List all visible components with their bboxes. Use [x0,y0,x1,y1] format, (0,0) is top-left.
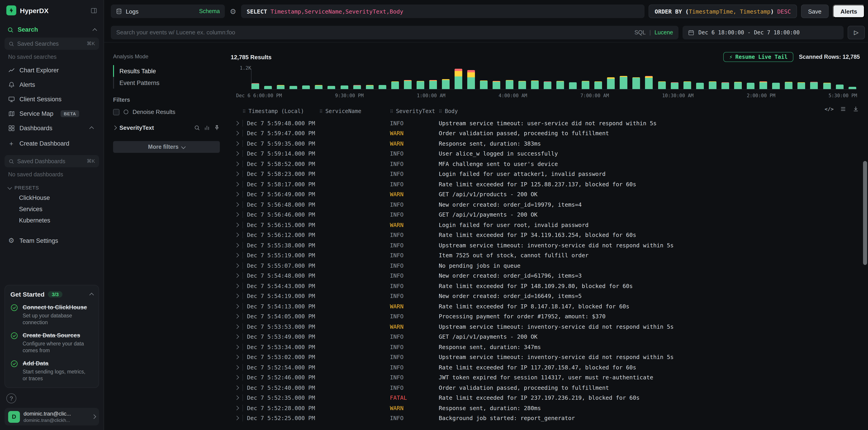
create-dashboard-button[interactable]: + Create Dashboard [4,136,99,151]
log-row[interactable]: Dec 7 5:52:35.000 PM FATAL Rate limit ex… [231,393,860,403]
log-row[interactable]: Dec 7 5:52:54.000 PM INFO Rate limit exc… [231,362,860,372]
row-expand-chevron-icon[interactable] [231,244,243,247]
preset-item-kubernetes[interactable]: Kubernetes [4,215,99,226]
saved-searches-input[interactable]: Saved Searches ⌘K [4,37,99,50]
mode-event-patterns[interactable]: Event Patterns [113,77,220,89]
mode-sql-toggle[interactable]: SQL [634,29,646,35]
row-expand-chevron-icon[interactable] [231,132,243,135]
log-row[interactable]: Dec 7 5:54:13.000 PM WARN Rate limit exc… [231,301,860,311]
log-row[interactable]: Dec 7 5:53:49.000 PM INFO GET /api/v1/pa… [231,332,860,342]
vertical-scrollbar[interactable] [863,110,867,430]
column-header-severitytext[interactable]: ⠿SeverityText [390,108,439,114]
sidebar-item-search[interactable]: Search [4,26,99,33]
event-search-box[interactable]: SQL | Lucene [111,26,679,39]
log-row[interactable]: Dec 7 5:56:48.000 PM INFO New order crea… [231,199,860,209]
row-expand-chevron-icon[interactable] [231,223,243,227]
row-expand-chevron-icon[interactable] [231,254,243,257]
log-row[interactable]: Dec 7 5:55:38.000 PM INFO Upstream servi… [231,240,860,250]
row-expand-chevron-icon[interactable] [231,386,243,389]
row-expand-chevron-icon[interactable] [231,193,243,196]
log-row[interactable]: Dec 7 5:58:17.000 PM INFO Rate limit exc… [231,179,860,189]
denoise-row[interactable]: Denoise Results [113,108,220,115]
row-expand-chevron-icon[interactable] [231,274,243,277]
sidebar-item-alerts[interactable]: Alerts [4,77,99,92]
row-expand-chevron-icon[interactable] [231,356,243,359]
resume-live-tail-button[interactable]: ⚡ Resume Live Tail [723,52,794,62]
row-expand-chevron-icon[interactable] [231,305,243,308]
save-button[interactable]: Save [801,4,829,18]
row-expand-chevron-icon[interactable] [231,315,243,318]
run-query-button[interactable]: ▷ [848,26,865,39]
row-expand-chevron-icon[interactable] [231,335,243,338]
chevron-up-icon[interactable] [89,126,94,131]
row-expand-chevron-icon[interactable] [231,376,243,379]
log-row[interactable]: Dec 7 5:53:34.000 PM INFO Response sent,… [231,342,860,352]
time-range-picker[interactable]: Dec 6 18:00:00 - Dec 7 18:00:00 [683,26,844,39]
log-row[interactable]: Dec 7 5:54:05.000 PM INFO Processing pay… [231,311,860,322]
denoise-checkbox[interactable] [113,109,119,115]
log-row[interactable]: Dec 7 5:55:07.000 PM INFO No pending job… [231,260,860,271]
log-row[interactable]: Dec 7 5:52:46.000 PM INFO JWT token expi… [231,372,860,383]
preset-item-services[interactable]: Services [4,203,99,215]
log-row[interactable]: Dec 7 5:53:53.000 PM WARN Upstream servi… [231,322,860,332]
column-header-timestamp[interactable]: ⠿Timestamp (Local) [243,108,319,114]
log-row[interactable]: Dec 7 5:59:47.000 PM WARN Order validati… [231,128,860,138]
log-row[interactable]: Dec 7 5:58:23.000 PM INFO Login failed f… [231,169,860,179]
row-expand-chevron-icon[interactable] [231,183,243,186]
sql-select-input[interactable]: SELECT Timestamp,ServiceName,SeverityTex… [241,4,645,18]
log-row[interactable]: Dec 7 5:52:28.000 PM WARN Response sent,… [231,403,860,413]
log-row[interactable]: Dec 7 5:52:25.000 PM INFO Background job… [231,413,860,423]
log-row[interactable]: Dec 7 5:54:19.000 PM INFO New order crea… [231,291,860,301]
sidebar-item-client-sessions[interactable]: Client Sessions [4,92,99,106]
more-filters-button[interactable]: More filters [113,141,220,153]
presets-toggle[interactable]: PRESETS [4,180,99,192]
log-row[interactable]: Dec 7 5:52:40.000 PM INFO Order validati… [231,383,860,393]
drag-handle-icon[interactable]: ⠿ [319,109,323,114]
column-header-body[interactable]: ⠿Body [439,108,860,114]
facet-search-icon[interactable] [194,125,200,131]
log-row[interactable]: Dec 7 5:58:52.000 PM INFO MFA challenge … [231,159,860,169]
log-row[interactable]: Dec 7 5:56:49.000 PM WARN GET /api/v1/pr… [231,189,860,199]
facet-severitytext[interactable]: SeverityText [113,124,220,131]
chevron-right-icon[interactable] [113,126,117,130]
source-select[interactable]: Logs Schema [111,4,225,18]
schema-link[interactable]: Schema [199,8,220,14]
row-expand-chevron-icon[interactable] [231,162,243,165]
drag-handle-icon[interactable]: ⠿ [243,109,246,114]
row-expand-chevron-icon[interactable] [231,295,243,298]
row-expand-chevron-icon[interactable] [231,234,243,237]
log-row[interactable]: Dec 7 5:55:19.000 PM INFO Item 7525 out … [231,250,860,260]
log-row[interactable]: Dec 7 5:59:14.000 PM INFO User alice_w l… [231,148,860,159]
saved-dashboards-input[interactable]: Saved Dashboards ⌘K [4,155,99,167]
log-row[interactable]: Dec 7 5:53:02.000 PM INFO Upstream servi… [231,352,860,362]
facet-chart-icon[interactable] [204,125,210,131]
row-density-icon[interactable] [840,106,846,112]
event-search-input[interactable] [116,29,631,36]
get-started-item[interactable]: Connect to ClickHouse Set up your databa… [10,304,93,326]
sidebar-item-service-map[interactable]: Service Map BETA [4,106,99,121]
sidebar-item-dashboards[interactable]: Dashboards [4,121,99,135]
row-expand-chevron-icon[interactable] [231,417,243,420]
log-row[interactable]: Dec 7 5:56:15.000 PM WARN Login failed f… [231,220,860,230]
row-expand-chevron-icon[interactable] [231,203,243,206]
sidebar-item-team-settings[interactable]: ⚙ Team Settings [4,233,99,248]
row-expand-chevron-icon[interactable] [231,122,243,125]
user-menu[interactable]: D dominic.tran@clic... dominic.tran@clic… [4,408,99,426]
code-view-icon[interactable]: </> [825,106,834,112]
column-header-servicename[interactable]: ⠿ServiceName [319,108,390,114]
alerts-button[interactable]: Alerts [833,4,865,18]
drag-handle-icon[interactable]: ⠿ [439,109,442,114]
log-row[interactable]: Dec 7 5:59:35.000 PM WARN Response sent,… [231,138,860,148]
chevron-up-icon[interactable] [93,28,97,33]
row-expand-chevron-icon[interactable] [231,325,243,328]
drag-handle-icon[interactable]: ⠿ [390,109,393,114]
row-expand-chevron-icon[interactable] [231,264,243,267]
mode-lucene-toggle[interactable]: Lucene [654,29,673,35]
log-row[interactable]: Dec 7 5:54:43.000 PM INFO Rate limit exc… [231,281,860,291]
log-row[interactable]: Dec 7 5:56:12.000 PM INFO Rate limit exc… [231,230,860,240]
log-row[interactable]: Dec 7 5:54:48.000 PM INFO New order crea… [231,271,860,281]
order-by-display[interactable]: ORDER BY (TimestampTime, Timestamp) DESC [649,4,797,18]
row-expand-chevron-icon[interactable] [231,396,243,399]
get-started-item[interactable]: Create Data Sources Configure where your… [10,332,93,354]
row-expand-chevron-icon[interactable] [231,285,243,288]
